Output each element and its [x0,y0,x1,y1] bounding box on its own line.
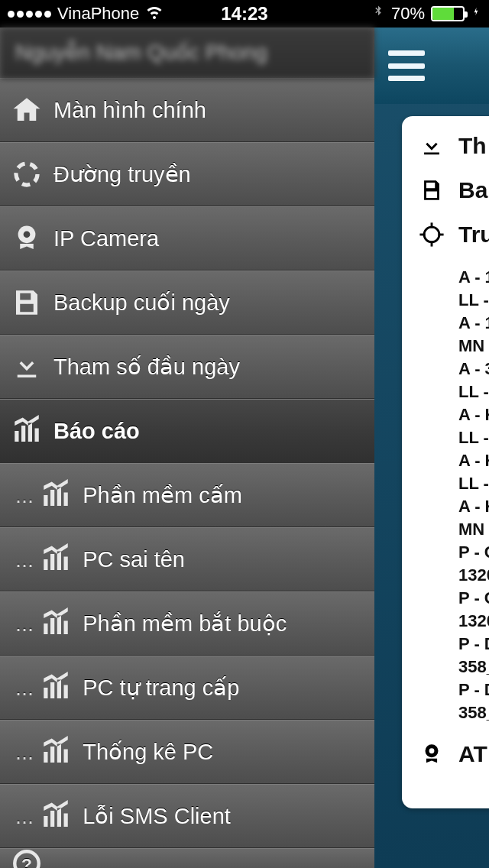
camera-icon [11,222,43,254]
menu-item-home[interactable]: Màn hình chính [0,78,374,142]
subline: A - 1 [458,312,489,335]
menu-item-params[interactable]: Tham số đầu ngày [0,335,374,399]
sub-prefix: ... [15,675,34,701]
subline: P - C [458,541,489,564]
subline: LL - [458,289,489,312]
drawer-user-name: Nguyễn Nam Quốc Phong [0,28,374,78]
barchart-icon [11,415,43,447]
download-icon [419,133,445,159]
subline: 358_ [458,656,489,679]
subline: P - D [458,679,489,701]
subline: LL - [458,472,489,495]
carrier-label: VinaPhone [57,4,139,24]
menu-label: Báo cáo [53,419,140,444]
barchart-icon [40,607,72,640]
menu-label: Thống kê PC [83,739,213,765]
subline: LL - [458,426,489,449]
card-row-atm[interactable]: AT [419,741,489,767]
dashboard-card: Th Ba Tru A - 1 LL - A - 1 MN - A - 3 LL… [402,116,489,808]
status-right: 70% [371,3,489,24]
subline: A - 3 [458,358,489,381]
sub-prefix: ... [15,740,34,765]
svg-point-6 [16,164,37,185]
svg-rect-0 [431,222,433,228]
barchart-icon [40,736,72,768]
camera-icon [419,741,445,767]
status-bar: VinaPhone 14:23 70% [0,0,489,28]
menu-label: IP Camera [53,226,159,251]
card-row-label: AT [458,741,487,767]
subline: 358_ [458,701,489,724]
subline: 1320 [458,610,489,633]
battery-pct: 70% [391,4,425,24]
target-icon [419,222,445,248]
subline: A - K [458,403,489,426]
card-row-backup[interactable]: Ba [419,177,489,203]
menu-label: Tham số đầu ngày [53,354,240,380]
menu-item-sw-required[interactable]: ... Phần mềm bắt buộc [0,591,374,656]
main-surface: Th Ba Tru A - 1 LL - A - 1 MN - A - 3 LL… [374,28,489,868]
menu-item-sw-banned[interactable]: ... Phần mềm cấm [0,463,374,527]
sub-prefix: ... [15,483,34,508]
card-row-label: Th [458,133,487,159]
help-icon: ? [11,847,43,868]
menu-label: PC sai tên [83,547,185,572]
home-icon [11,94,43,126]
menu-label: Màn hình chính [53,98,206,123]
nav-drawer: Nguyễn Nam Quốc Phong Màn hình chính Đườ… [0,28,374,868]
menu-item-report[interactable]: Báo cáo [0,399,374,463]
menu-item-pc-wrongname[interactable]: ... PC sai tên [0,527,374,591]
subline: MN - [458,335,489,358]
menu-item-pc-stats[interactable]: ... Thống kê PC [0,720,374,784]
barchart-icon [40,479,72,511]
barchart-icon [40,543,72,575]
card-row-download[interactable]: Th [419,133,489,159]
bluetooth-icon [371,3,385,24]
menu-button[interactable] [388,50,425,81]
card-sublines-block: A - 1 LL - A - 1 MN - A - 3 LL - A - K L… [458,266,489,724]
card-row-label: Ba [458,177,487,203]
barchart-icon [40,800,72,832]
subline: LL - [458,381,489,403]
card-row-line[interactable]: Tru [419,222,489,248]
barchart-icon [40,672,72,704]
main-header-bar [374,28,489,104]
wifi-icon [145,2,164,25]
menu-label: Đường truyền [53,161,191,187]
menu-item-help[interactable]: ? [0,848,374,868]
svg-point-8 [24,231,31,238]
menu-item-pc-selfprov[interactable]: ... PC tự trang cấp [0,656,374,720]
menu-item-line[interactable]: Đường truyền [0,142,374,206]
svg-point-5 [429,748,435,753]
target-icon [11,158,43,190]
sub-prefix: ... [15,547,34,572]
subline: 1320 [458,564,489,587]
report-submenu: ... Phần mềm cấm ... PC sai tên ... Phần… [0,463,374,848]
download-icon [11,351,43,383]
subline: A - K [458,495,489,518]
menu-item-ipcamera[interactable]: IP Camera [0,206,374,270]
save-icon [11,287,43,319]
menu-label: PC tự trang cấp [83,675,239,701]
clock: 14:23 [221,3,267,24]
menu-item-sms-error[interactable]: ... Lỗi SMS Client [0,784,374,848]
svg-rect-1 [431,241,433,247]
menu-label: Backup cuối ngày [53,290,230,316]
subline: A - 1 [458,266,489,289]
save-icon [419,177,445,203]
sub-prefix: ... [15,611,34,636]
svg-rect-2 [419,234,425,236]
subline: A - K [458,449,489,472]
subline: MN - [458,518,489,541]
menu-label: Phần mềm cấm [83,482,242,508]
subline: P - D [458,633,489,656]
signal-dots-icon [8,11,51,18]
card-row-label: Tru [458,222,489,248]
menu-item-backup[interactable]: Backup cuối ngày [0,270,374,335]
menu-label: Lỗi SMS Client [83,803,231,829]
svg-rect-3 [439,234,444,236]
svg-text:?: ? [21,854,32,868]
sub-prefix: ... [15,804,34,829]
battery-icon [431,6,465,21]
charging-icon [471,3,481,24]
